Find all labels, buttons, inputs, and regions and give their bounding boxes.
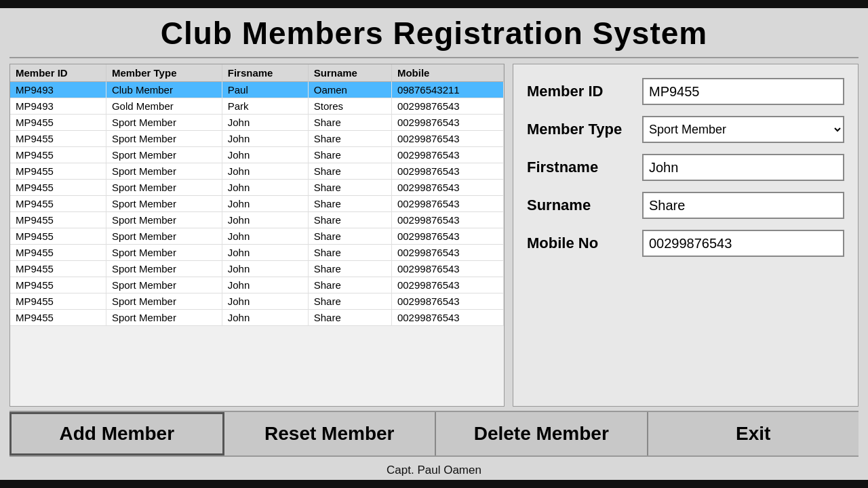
members-table: Member ID Member Type Firsname Surname M… xyxy=(10,64,504,326)
cell-surname: Share xyxy=(308,310,391,326)
cell-type: Sport Member xyxy=(106,277,222,293)
table-row[interactable]: MP9455Sport MemberJohnShare00299876543 xyxy=(10,245,504,261)
cell-id: MP9493 xyxy=(10,82,106,98)
surname-label: Surname xyxy=(527,197,635,214)
member-type-row: Member Type Club Member Gold Member Spor… xyxy=(527,116,844,143)
content-area: Member ID Member Type Firsname Surname M… xyxy=(9,64,859,407)
cell-type: Sport Member xyxy=(106,115,222,131)
table-row[interactable]: MP9455Sport MemberJohnShare00299876543 xyxy=(10,147,504,163)
table-row[interactable]: MP9455Sport MemberJohnShare00299876543 xyxy=(10,196,504,212)
cell-id: MP9455 xyxy=(10,228,106,245)
footer-text: Capt. Paul Oamen xyxy=(9,457,859,480)
table-row[interactable]: MP9455Sport MemberJohnShare00299876543 xyxy=(10,228,504,245)
cell-type: Sport Member xyxy=(106,131,222,147)
table-row[interactable]: MP9455Sport MemberJohnShare00299876543 xyxy=(10,310,504,326)
cell-type: Sport Member xyxy=(106,163,222,180)
member-type-label: Member Type xyxy=(527,121,635,138)
cell-mobile: 00299876543 xyxy=(391,98,503,115)
table-row[interactable]: MP9455Sport MemberJohnShare00299876543 xyxy=(10,115,504,131)
cell-id: MP9455 xyxy=(10,212,106,228)
cell-firstname: John xyxy=(222,196,308,212)
mobile-row: Mobile No xyxy=(527,230,844,257)
cell-mobile: 00299876543 xyxy=(391,180,503,196)
main-container: Club Members Registration System Member … xyxy=(0,8,868,480)
cell-id: MP9455 xyxy=(10,196,106,212)
cell-surname: Share xyxy=(308,131,391,147)
table-row[interactable]: MP9455Sport MemberJohnShare00299876543 xyxy=(10,180,504,196)
mobile-label: Mobile No xyxy=(527,235,635,252)
cell-type: Gold Member xyxy=(106,98,222,115)
member-id-input[interactable] xyxy=(642,78,844,105)
firstname-row: Firstname xyxy=(527,154,844,181)
table-row[interactable]: MP9493Gold MemberParkStores00299876543 xyxy=(10,98,504,115)
cell-id: MP9455 xyxy=(10,277,106,293)
top-bar xyxy=(0,0,868,8)
cell-type: Sport Member xyxy=(106,293,222,310)
cell-id: MP9455 xyxy=(10,163,106,180)
firstname-input[interactable] xyxy=(642,154,844,181)
cell-type: Sport Member xyxy=(106,212,222,228)
cell-surname: Share xyxy=(308,277,391,293)
mobile-input[interactable] xyxy=(642,230,844,257)
cell-surname: Share xyxy=(308,212,391,228)
cell-id: MP9455 xyxy=(10,293,106,310)
button-row: Add Member Reset Member Delete Member Ex… xyxy=(9,411,859,457)
table-row[interactable]: MP9455Sport MemberJohnShare00299876543 xyxy=(10,212,504,228)
cell-type: Club Member xyxy=(106,82,222,98)
surname-row: Surname xyxy=(527,192,844,219)
table-row[interactable]: MP9455Sport MemberJohnShare00299876543 xyxy=(10,131,504,147)
cell-firstname: John xyxy=(222,245,308,261)
cell-surname: Share xyxy=(308,163,391,180)
member-id-row: Member ID xyxy=(527,78,844,105)
table-row[interactable]: MP9493Club MemberPaulOamen09876543211 xyxy=(10,82,504,98)
cell-surname: Share xyxy=(308,261,391,277)
app-title: Club Members Registration System xyxy=(9,15,859,52)
surname-input[interactable] xyxy=(642,192,844,219)
cell-type: Sport Member xyxy=(106,196,222,212)
cell-id: MP9455 xyxy=(10,147,106,163)
table-row[interactable]: MP9455Sport MemberJohnShare00299876543 xyxy=(10,277,504,293)
cell-firstname: John xyxy=(222,228,308,245)
cell-type: Sport Member xyxy=(106,180,222,196)
col-mobile: Mobile xyxy=(391,64,503,82)
member-type-select[interactable]: Club Member Gold Member Sport Member xyxy=(642,116,844,143)
cell-id: MP9455 xyxy=(10,245,106,261)
cell-firstname: John xyxy=(222,212,308,228)
table-section: Member ID Member Type Firsname Surname M… xyxy=(9,64,505,407)
cell-mobile: 00299876543 xyxy=(391,196,503,212)
cell-surname: Share xyxy=(308,228,391,245)
add-member-button[interactable]: Add Member xyxy=(9,412,224,455)
form-section: Member ID Member Type Club Member Gold M… xyxy=(513,64,859,407)
cell-surname: Oamen xyxy=(308,82,391,98)
cell-mobile: 00299876543 xyxy=(391,245,503,261)
cell-mobile: 00299876543 xyxy=(391,293,503,310)
cell-type: Sport Member xyxy=(106,228,222,245)
cell-mobile: 09876543211 xyxy=(391,82,503,98)
cell-type: Sport Member xyxy=(106,147,222,163)
cell-type: Sport Member xyxy=(106,310,222,326)
cell-mobile: 00299876543 xyxy=(391,228,503,245)
cell-mobile: 00299876543 xyxy=(391,147,503,163)
cell-type: Sport Member xyxy=(106,261,222,277)
cell-surname: Share xyxy=(308,180,391,196)
cell-id: MP9455 xyxy=(10,310,106,326)
delete-member-button[interactable]: Delete Member xyxy=(436,412,648,455)
table-row[interactable]: MP9455Sport MemberJohnShare00299876543 xyxy=(10,261,504,277)
cell-surname: Share xyxy=(308,196,391,212)
table-row[interactable]: MP9455Sport MemberJohnShare00299876543 xyxy=(10,163,504,180)
cell-mobile: 00299876543 xyxy=(391,163,503,180)
reset-member-button[interactable]: Reset Member xyxy=(224,412,437,455)
col-member-id: Member ID xyxy=(10,64,106,82)
cell-firstname: John xyxy=(222,163,308,180)
cell-surname: Share xyxy=(308,245,391,261)
cell-mobile: 00299876543 xyxy=(391,212,503,228)
cell-id: MP9455 xyxy=(10,261,106,277)
table-row[interactable]: MP9455Sport MemberJohnShare00299876543 xyxy=(10,293,504,310)
cell-id: MP9493 xyxy=(10,98,106,115)
cell-mobile: 00299876543 xyxy=(391,277,503,293)
exit-button[interactable]: Exit xyxy=(648,412,859,455)
cell-firstname: Park xyxy=(222,98,308,115)
title-area: Club Members Registration System xyxy=(9,8,859,58)
cell-id: MP9455 xyxy=(10,180,106,196)
table-header-row: Member ID Member Type Firsname Surname M… xyxy=(10,64,504,82)
